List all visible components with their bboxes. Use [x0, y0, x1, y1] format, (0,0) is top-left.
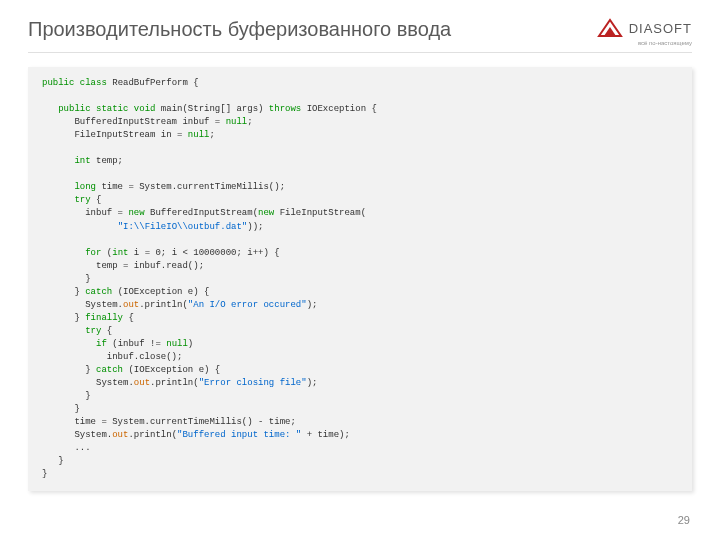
kw: if: [96, 339, 107, 349]
field: out: [123, 300, 139, 310]
txt: ReadBufPerform {: [107, 78, 199, 88]
kw: int: [74, 156, 90, 166]
kw: public: [42, 78, 74, 88]
kw: static: [96, 104, 128, 114]
txt: ));: [247, 222, 263, 232]
logo: DIASOFT всё по-настоящему: [597, 18, 692, 46]
txt: inbuf =: [42, 208, 128, 218]
txt: }: [42, 404, 80, 414]
str: "Buffered input time: ": [177, 430, 301, 440]
field: out: [134, 378, 150, 388]
kw: for: [85, 248, 101, 258]
kw: try: [74, 195, 90, 205]
kw: try: [85, 326, 101, 336]
txt: }: [42, 287, 85, 297]
txt: );: [307, 300, 318, 310]
txt: (IOException e) {: [123, 365, 220, 375]
txt: }: [42, 391, 91, 401]
field: out: [112, 430, 128, 440]
page-number: 29: [678, 514, 690, 526]
divider: [28, 52, 692, 53]
txt: System.: [42, 430, 112, 440]
txt: .println(: [128, 430, 177, 440]
kw: catch: [85, 287, 112, 297]
kw: long: [74, 182, 96, 192]
txt: + time);: [301, 430, 350, 440]
logo-mark-icon: [597, 18, 623, 38]
txt: .println(: [150, 378, 199, 388]
txt: temp;: [91, 156, 123, 166]
logo-text: DIASOFT: [629, 21, 692, 36]
txt: (IOException e) {: [112, 287, 209, 297]
txt: System.: [42, 300, 123, 310]
txt: ...: [42, 443, 91, 453]
kw: finally: [85, 313, 123, 323]
txt: main(String[] args): [155, 104, 268, 114]
logo-tagline: всё по-настоящему: [638, 40, 692, 46]
txt: }: [42, 456, 64, 466]
txt: IOException {: [301, 104, 377, 114]
kw: public: [58, 104, 90, 114]
txt: System.: [42, 378, 134, 388]
txt: inbuf.close();: [42, 352, 182, 362]
kw: throws: [269, 104, 301, 114]
txt: }: [42, 274, 91, 284]
txt: BufferedInputStream(: [145, 208, 258, 218]
kw: class: [80, 78, 107, 88]
str: "An I/O error occured": [188, 300, 307, 310]
kw: null: [188, 130, 210, 140]
kw: new: [128, 208, 144, 218]
txt: }: [42, 365, 96, 375]
txt: i = 0; i < 10000000; i++) {: [128, 248, 279, 258]
txt: FileInputStream in =: [42, 130, 188, 140]
kw: null: [166, 339, 188, 349]
kw: catch: [96, 365, 123, 375]
kw: void: [134, 104, 156, 114]
page-title: Производительность буферизованного ввода: [28, 18, 451, 41]
txt: {: [91, 195, 102, 205]
txt: }: [42, 313, 85, 323]
kw: int: [112, 248, 128, 258]
str: "I:\\FileIO\\outbuf.dat": [118, 222, 248, 232]
kw: new: [258, 208, 274, 218]
txt: time = System.currentTimeMillis();: [96, 182, 285, 192]
txt: {: [123, 313, 134, 323]
txt: time = System.currentTimeMillis() - time…: [42, 417, 296, 427]
code-block: public class ReadBufPerform { public sta…: [28, 67, 692, 491]
logo-top: DIASOFT: [597, 18, 692, 38]
txt: (inbuf !=: [107, 339, 166, 349]
txt: ;: [247, 117, 252, 127]
txt: ): [188, 339, 193, 349]
txt: }: [42, 469, 47, 479]
header: Производительность буферизованного ввода…: [0, 0, 720, 52]
txt: (: [101, 248, 112, 258]
txt: BufferedInputStream inbuf =: [42, 117, 226, 127]
kw: null: [226, 117, 248, 127]
slide: Производительность буферизованного ввода…: [0, 0, 720, 540]
txt: temp = inbuf.read();: [42, 261, 204, 271]
txt: );: [307, 378, 318, 388]
txt: .println(: [139, 300, 188, 310]
txt: {: [101, 326, 112, 336]
txt: FileInputStream(: [274, 208, 366, 218]
str: "Error closing file": [199, 378, 307, 388]
txt: ;: [209, 130, 214, 140]
